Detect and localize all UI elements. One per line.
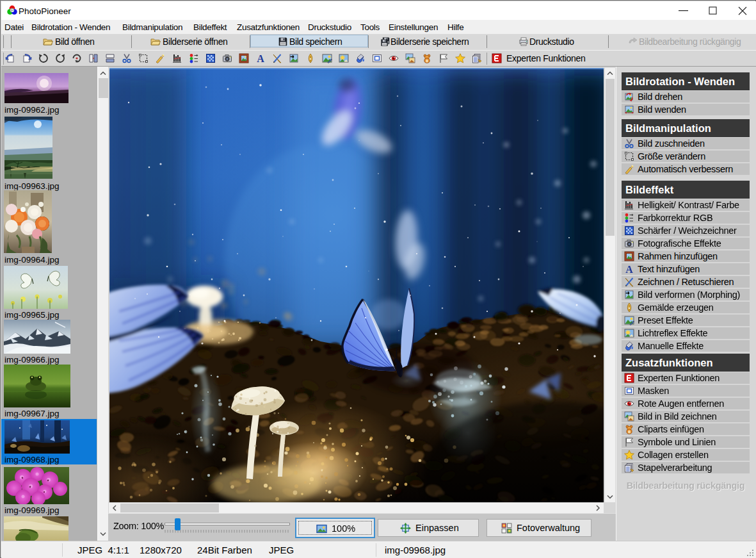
svg-text:P: P xyxy=(10,7,14,13)
